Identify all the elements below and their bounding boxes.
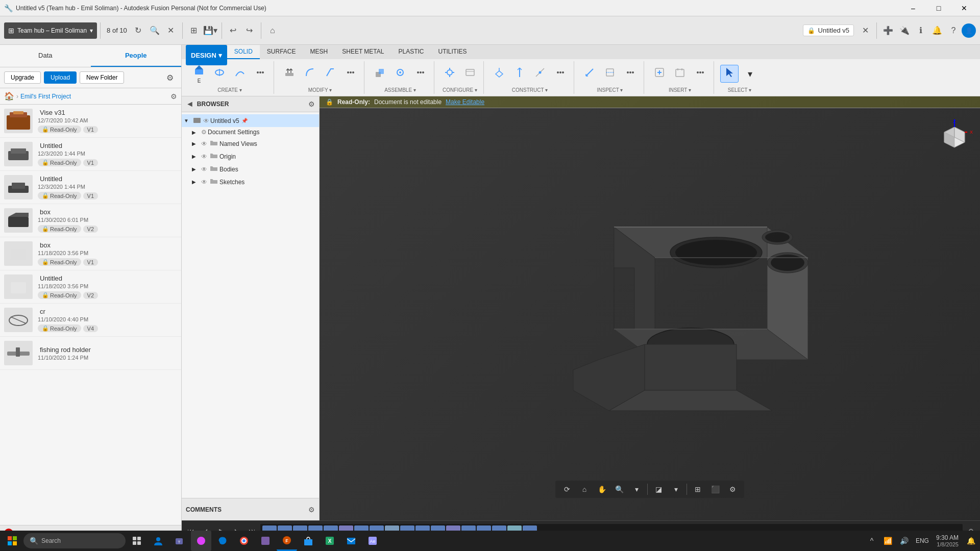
undo-button[interactable]: ↩ [225,22,241,39]
navigation-cube[interactable]: Z X FRONT RIGHT TOP [934,117,975,158]
modify-more-button[interactable] [341,65,360,82]
file-item-box-1[interactable]: box 11/30/2020 6:01 PM 🔒 Read-Only V2 [0,204,181,237]
tree-expand-icon[interactable]: ▶ [192,166,200,172]
taskbar-app-chrome[interactable] [234,531,254,551]
create-more-button[interactable] [251,65,270,82]
tree-expand-icon[interactable]: ▶ [192,141,200,146]
construct-more-button[interactable] [551,65,570,82]
browser-collapse-button[interactable]: ◄ [186,99,194,109]
file-item-vise[interactable]: Vise v31 12/7/2020 10:42 AM 🔒 Read-Only … [0,105,181,138]
tree-document-settings[interactable]: ▶ ⚙ Document Settings [182,127,319,137]
create-extrude-button[interactable]: E [190,63,208,85]
taskbar-app-email[interactable] [341,531,361,551]
taskbar-app-taskview[interactable] [127,531,147,551]
tree-origin[interactable]: ▶ 👁 Origin [182,150,319,163]
tree-expand-icon[interactable]: ▶ [192,179,200,185]
tree-eye-icon[interactable]: 👁 [201,140,207,147]
tree-root-item[interactable]: ▼ 👁 Untitled v5 📌 [182,114,319,127]
taskbar-app-edge[interactable] [212,531,233,551]
tree-bodies[interactable]: ▶ 👁 Bodies [182,163,319,176]
insert-derive-button[interactable] [650,65,669,82]
construct-plane-button[interactable] [490,65,508,82]
assemble-new-component-button[interactable] [371,65,389,82]
insert-more-button[interactable] [691,65,709,82]
display-dropdown-button[interactable]: ▾ [668,483,683,496]
help-button[interactable]: ? [945,22,962,39]
view-settings-button[interactable]: ⚙ [725,483,740,496]
taskbar-app-ae[interactable]: Ae [362,531,383,551]
taskbar-app-fusion[interactable]: F [277,531,297,551]
close-tab-button[interactable]: ✕ [857,22,873,39]
select-dropdown-button[interactable]: ▾ [741,67,759,81]
home-view-button[interactable]: ⌂ [577,483,592,496]
pan-button[interactable]: ✋ [594,483,609,496]
assemble-joint-button[interactable] [391,65,409,82]
taskbar-app-2[interactable] [255,531,276,551]
close-button[interactable]: ✕ [952,0,976,16]
extension-button[interactable]: 🔌 [896,22,913,39]
taskbar-app-excel[interactable]: X [320,531,340,551]
upload-button[interactable]: Upload [44,71,77,84]
profile-button[interactable]: 👤 [962,23,976,38]
refresh-button[interactable]: ↻ [130,22,146,39]
zoom-button[interactable]: 🔍 [611,483,627,496]
tree-eye-icon[interactable]: 👁 [201,166,207,173]
tab-utilities[interactable]: UTILITIES [431,45,474,59]
select-button[interactable] [720,65,739,83]
tab-solid[interactable]: SOLID [227,45,260,59]
tree-eye-icon[interactable]: 👁 [201,153,207,160]
taskbar-app-teams[interactable]: T [169,531,190,551]
network-icon[interactable]: 📶 [881,531,895,551]
tab-plastic[interactable]: PLASTIC [391,45,431,59]
tree-expand-icon[interactable]: ▼ [184,118,192,123]
display-mode-button[interactable]: ◪ [651,483,666,496]
people-tab[interactable]: People [91,45,182,67]
tree-eye-icon[interactable]: 👁 [201,179,207,186]
inspect-more-button[interactable] [621,65,640,82]
minimize-button[interactable]: – [901,0,925,16]
file-item-box-2[interactable]: box 11/18/2020 3:56 PM 🔒 Read-Only V1 [0,237,181,270]
tree-sketches[interactable]: ▶ 👁 Sketches [182,176,319,188]
add-tab-button[interactable]: ➕ [880,22,896,39]
file-item-untitled-2[interactable]: Untitled 12/3/2020 1:44 PM 🔒 Read-Only V… [0,171,181,204]
apps-grid-button[interactable]: ⊞ [186,22,202,39]
create-revolve-button[interactable] [210,65,229,82]
data-tab[interactable]: Data [0,45,91,67]
taskbar-app-team-hub[interactable] [148,531,168,551]
zoom-dropdown-button[interactable]: ▾ [629,483,644,496]
tree-eye-icon[interactable]: 👁 [203,117,209,124]
save-dropdown-button[interactable]: 💾▾ [202,22,218,39]
project-breadcrumb[interactable]: Emil's First Project [20,93,71,100]
browser-settings-button[interactable]: ⚙ [308,100,315,108]
notification-center[interactable]: 🔔 [964,531,978,551]
inspect-section-button[interactable] [601,65,619,82]
tab-surface[interactable]: SURFACE [260,45,303,59]
construct-point-button[interactable] [531,65,549,82]
home-button[interactable]: ⌂ [264,22,281,39]
volume-icon[interactable]: 🔊 [897,531,912,551]
tree-expand-icon[interactable]: ▶ [192,130,200,135]
language-indicator[interactable]: ENG [914,537,931,544]
start-button[interactable] [2,531,22,551]
upgrade-button[interactable]: Upgrade [4,71,41,84]
tree-expand-icon[interactable]: ▶ [192,154,200,159]
assemble-more-button[interactable] [411,65,430,82]
file-item-fishing[interactable]: fishing rod holder 11/10/2020 1:24 PM [0,337,181,370]
taskbar-search[interactable]: 🔍 Search [23,533,126,548]
create-sweep-button[interactable] [231,65,249,82]
modify-fillet-button[interactable] [301,65,319,82]
tab-mesh[interactable]: MESH [303,45,335,59]
hub-selector[interactable]: ⊞ Team hub – Emil Soliman ▾ [4,22,97,39]
file-item-cr[interactable]: cr 11/10/2020 4:40 PM 🔒 Read-Only V4 [0,304,181,337]
configure-button-2[interactable] [461,65,479,82]
show-hidden-icons[interactable]: ^ [865,531,879,551]
taskbar-app-store[interactable] [298,531,318,551]
modify-chamfer-button[interactable] [321,65,339,82]
project-settings-icon[interactable]: ⚙ [170,92,177,101]
modify-press-pull-button[interactable] [280,65,299,82]
viewport-3d[interactable]: 🔒 Read-Only: Document is not editable Ma… [320,96,980,520]
clock[interactable]: 9:30 AM 1/8/2025 [933,534,962,547]
maximize-button[interactable]: □ [927,0,950,16]
cancel-button[interactable]: ✕ [163,22,179,39]
taskbar-app-1[interactable] [191,531,211,551]
